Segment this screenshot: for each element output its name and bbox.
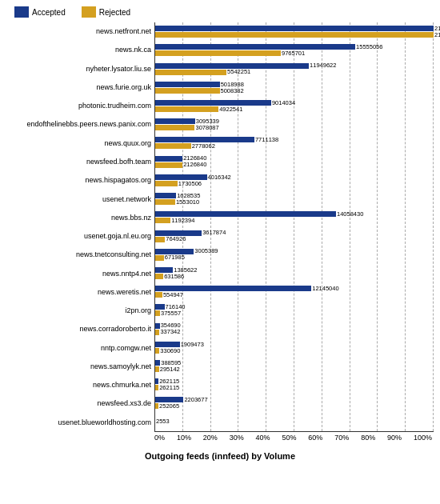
accepted-bar: 15555056	[155, 44, 355, 50]
rejected-value-label: 337342	[160, 329, 180, 335]
rejected-bar: 1553010	[155, 199, 175, 205]
rejected-bar: 9765701	[155, 50, 281, 56]
y-label: nntp.comgw.net	[6, 345, 151, 352]
bar-row: 90140344922541	[155, 98, 434, 113]
accepted-value-label: 14058430	[337, 211, 363, 218]
accepted-value-label: 11949622	[310, 62, 336, 69]
y-label: usenet.blueworldhosting.com	[6, 419, 151, 426]
rejected-bar: 375557	[155, 310, 160, 316]
y-label: news.bbs.nz	[6, 214, 151, 222]
rejected-legend-label: Rejected	[99, 8, 130, 17]
bar-row: 2553	[155, 414, 434, 429]
rejected-bar: 3078087	[155, 125, 194, 130]
y-label: news.chmurka.net	[6, 382, 151, 389]
bar-row: 16285351553010	[155, 191, 434, 206]
y-label: news.quux.org	[6, 140, 151, 147]
y-label: news.nk.ca	[6, 46, 151, 54]
y-labels: news.netfront.netnews.nk.canyheter.lysat…	[6, 22, 154, 432]
rejected-bar: 764926	[155, 237, 165, 242]
rejected-bar: 671985	[155, 255, 164, 261]
rejected-bar: 554947	[155, 292, 162, 298]
bar-row: 155550569765701	[155, 43, 434, 58]
bar-row: 30953393078087	[155, 118, 434, 132]
accepted-legend-label: Accepted	[32, 8, 66, 17]
rejected-value-label: 330690	[160, 348, 180, 354]
bar-row: 1385622631586	[155, 266, 434, 280]
accepted-value-label: 9014034	[272, 100, 295, 106]
accepted-bar: 262115	[155, 378, 158, 384]
x-tick: 70%	[334, 434, 349, 442]
y-label: usenet.network	[6, 196, 151, 203]
rejected-bar: 4922541	[155, 106, 218, 112]
accepted-value-label: 12145040	[312, 286, 338, 292]
y-label: news.netfront.net	[6, 28, 151, 35]
bar-row: 262115262115	[155, 378, 434, 392]
chart-area: news.netfront.netnews.nk.canyheter.lysat…	[6, 22, 434, 432]
rejected-bar: 631586	[155, 274, 163, 279]
bar-row: 12145040554947	[155, 285, 434, 299]
rejected-bar: 262115	[155, 385, 158, 390]
x-tick: 90%	[387, 434, 402, 442]
rejected-value-label: 4922541	[219, 106, 242, 113]
rejected-bar: 1192394	[155, 218, 170, 223]
bar-row: 50189885008382	[155, 80, 434, 94]
x-tick: 80%	[361, 434, 375, 442]
rejected-value-label: 262115	[159, 385, 179, 391]
rejected-bar: 5008382	[155, 88, 220, 94]
rejected-legend-box	[82, 6, 96, 18]
y-label: i2pn.org	[6, 307, 151, 314]
legend: Accepted Rejected	[14, 6, 434, 18]
x-tick: 10%	[177, 434, 191, 442]
rejected-bar: 337342	[155, 330, 159, 335]
accepted-bar: 1909473	[155, 342, 180, 347]
bar-row: 2203677252065	[155, 396, 434, 410]
y-label: news.samoylyk.net	[6, 363, 151, 370]
bar-row: 388595295142	[155, 358, 434, 373]
accepted-bar: 4016342	[155, 174, 207, 180]
rejected-bar: 1730506	[155, 181, 178, 186]
bar-row: 354690337342	[155, 322, 434, 336]
bar-row: 2164751121647511	[155, 24, 434, 38]
x-tick: 40%	[256, 434, 270, 442]
bar-row: 3005389671985	[155, 247, 434, 262]
bars-area: 2164751121647511155550569765701119496225…	[154, 22, 434, 432]
rejected-value-label: 764926	[166, 236, 186, 242]
y-label: nyheter.lysator.liu.se	[6, 66, 151, 73]
y-label: news.nntp4.net	[6, 270, 151, 278]
rejected-value-label: 252065	[159, 403, 179, 410]
accepted-bar: 9014034	[155, 100, 271, 106]
accepted-bar: 5018988	[155, 82, 220, 87]
accepted-value-label: 5018988	[221, 82, 244, 88]
chart-title: Outgoing feeds (innfeed) by Volume	[6, 451, 434, 461]
accepted-bar: 1385622	[155, 267, 173, 273]
legend-accepted: Accepted	[14, 6, 66, 18]
rejected-bar: 252065	[155, 403, 158, 409]
bar-row: 1909473330690	[155, 340, 434, 354]
accepted-value-label: 4016342	[208, 174, 231, 181]
rejected-value-label: 3078087	[195, 125, 218, 131]
accepted-legend-box	[14, 6, 29, 18]
rejected-value-label: 2126840	[183, 162, 206, 168]
x-tick: 50%	[282, 434, 296, 442]
rejected-value-label: 9765701	[282, 50, 305, 57]
rejected-value-label: 375557	[161, 310, 181, 317]
accepted-value-label: 7711138	[255, 137, 278, 143]
accepted-value-label: 3005389	[194, 248, 218, 254]
rejected-bar: 330690	[155, 348, 159, 354]
rejected-value-label: 2778062	[192, 143, 215, 150]
bar-row: 3617874764926	[155, 229, 434, 243]
bar-row: 21268402126840	[155, 154, 434, 169]
accepted-bar: 388595	[155, 360, 160, 366]
y-label: news.weretis.net	[6, 289, 151, 296]
accepted-bar: 21647511	[155, 26, 434, 31]
rejected-value-label: 554947	[163, 292, 183, 298]
rejected-value-label: 671985	[165, 254, 185, 261]
y-label: news.hispagatos.org	[6, 177, 151, 184]
accepted-bar: 3095339	[155, 118, 195, 124]
accepted-bar: 354690	[155, 323, 160, 329]
rejected-value-label: 1553010	[176, 199, 199, 206]
y-label: news.furie.org.uk	[6, 84, 151, 91]
bar-row: 77111382778062	[155, 136, 434, 150]
rejected-value-label: 21647511	[434, 32, 440, 38]
accepted-bar: 1628535	[155, 193, 176, 198]
